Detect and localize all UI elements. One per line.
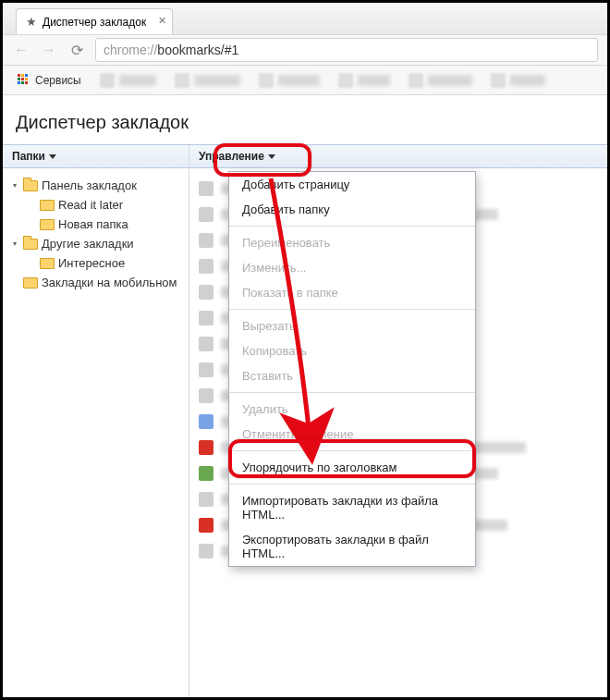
menu-item: Вставить — [229, 363, 475, 388]
address-bar[interactable]: chrome://bookmarks/#1 — [95, 38, 598, 62]
tree-spacer — [27, 201, 36, 210]
bookmark-label-blurred — [194, 75, 240, 86]
menu-item: Копировать — [229, 338, 475, 363]
close-icon[interactable]: ✕ — [158, 15, 166, 27]
favicon — [199, 466, 214, 481]
folders-header[interactable]: Папки — [3, 145, 189, 167]
folder-icon — [40, 258, 55, 269]
favicon — [100, 73, 115, 88]
favicon — [199, 544, 214, 559]
tree-item[interactable]: ▾Другие закладки — [8, 234, 183, 253]
manage-header[interactable]: Управление — [189, 145, 285, 167]
tree-item-label: Закладки на мобильном — [42, 276, 177, 289]
menu-item[interactable]: Упорядочить по заголовкам — [229, 455, 475, 480]
forward-button[interactable]: → — [40, 41, 58, 59]
tree-item-label: Интересное — [58, 256, 125, 270]
bookmark-item[interactable] — [403, 69, 478, 92]
window-frame: ★ Диспетчер закладок ✕ ← → ⟳ chrome://bo… — [0, 0, 610, 700]
star-icon: ★ — [26, 15, 37, 29]
apps-label: Сервисы — [35, 74, 81, 87]
tree-item[interactable]: ▾Панель закладок — [8, 176, 183, 195]
tree-item-label: Read it later — [58, 198, 123, 212]
back-button[interactable]: ← — [12, 41, 30, 59]
menu-item: Удалить — [229, 397, 475, 422]
tree-spacer — [27, 220, 36, 229]
menu-item: Отменить удаление — [229, 422, 475, 447]
favicon — [199, 337, 214, 351]
menu-separator — [229, 309, 475, 310]
apps-shortcut[interactable]: Сервисы — [12, 70, 87, 91]
tree-item[interactable]: Закладки на мобильном — [8, 273, 183, 292]
favicon — [199, 414, 214, 429]
favicon — [199, 388, 214, 403]
menu-item: Переименовать — [229, 230, 475, 255]
bookmark-label-blurred — [428, 75, 472, 86]
manage-dropdown-menu: Добавить страницуДобавить папкуПереимено… — [228, 171, 476, 567]
favicon — [199, 285, 214, 300]
menu-separator — [229, 226, 475, 227]
browser-tab[interactable]: ★ Диспетчер закладок ✕ — [16, 8, 173, 34]
url-scheme: chrome:// — [104, 43, 157, 57]
chevron-down-icon — [49, 154, 56, 159]
chevron-down-icon — [268, 154, 275, 159]
favicon — [491, 73, 506, 88]
folder-icon — [23, 180, 38, 191]
favicon — [199, 233, 214, 248]
bookmark-item[interactable] — [169, 69, 246, 92]
bookmark-label-blurred — [119, 75, 156, 86]
bookmark-label-blurred — [278, 75, 320, 86]
tree-spacer — [27, 259, 36, 268]
favicon — [199, 492, 214, 507]
bookmark-label-blurred — [510, 75, 545, 86]
menu-item: Изменить... — [229, 255, 475, 280]
disclosure-triangle-icon[interactable]: ▾ — [10, 239, 19, 249]
menu-item[interactable]: Добавить страницу — [229, 172, 475, 197]
tree-item-label: Новая папка — [58, 217, 128, 231]
tab-title: Диспетчер закладок — [43, 16, 146, 29]
apps-icon — [18, 74, 30, 87]
tree-item[interactable]: Интересное — [8, 253, 183, 273]
folders-header-label: Папки — [12, 150, 45, 163]
tab-strip: ★ Диспетчер закладок ✕ — [3, 3, 607, 34]
tree-item-label: Другие закладки — [42, 237, 134, 251]
favicon — [199, 311, 214, 325]
tree-spacer — [10, 278, 19, 288]
bookmark-label-blurred — [358, 75, 390, 86]
favicon — [199, 181, 214, 196]
bookmark-item[interactable] — [253, 69, 325, 92]
menu-item[interactable]: Экспортировать закладки в файл HTML... — [229, 527, 475, 566]
toolbar: ← → ⟳ chrome://bookmarks/#1 — [3, 34, 607, 66]
menu-separator — [229, 484, 475, 485]
folder-icon — [40, 200, 55, 211]
favicon — [199, 259, 214, 274]
folder-tree: ▾Панель закладокRead it laterНовая папка… — [3, 168, 189, 698]
tree-item[interactable]: Новая папка — [8, 215, 183, 234]
folder-icon — [23, 239, 38, 250]
menu-separator — [229, 450, 475, 451]
folder-icon — [40, 219, 55, 230]
manager-header: Папки Управление — [3, 144, 607, 168]
favicon — [199, 362, 214, 377]
menu-item: Показать в папке — [229, 280, 475, 305]
bookmark-item[interactable] — [485, 69, 551, 92]
favicon — [338, 73, 353, 88]
favicon — [409, 73, 423, 88]
bookmark-item[interactable] — [94, 69, 162, 92]
favicon — [199, 440, 214, 455]
favicon — [199, 207, 214, 222]
menu-item[interactable]: Импортировать закладки из файла HTML... — [229, 488, 475, 527]
reload-button[interactable]: ⟳ — [67, 41, 86, 59]
folder-icon — [23, 277, 38, 289]
favicon — [199, 518, 214, 533]
menu-item[interactable]: Добавить папку — [229, 197, 475, 222]
tree-item[interactable]: Read it later — [8, 195, 183, 215]
menu-item: Вырезать — [229, 313, 475, 338]
menu-separator — [229, 392, 475, 393]
favicon — [259, 73, 274, 88]
url-path: bookmarks/#1 — [157, 43, 238, 57]
disclosure-triangle-icon[interactable]: ▾ — [10, 181, 19, 190]
tree-item-label: Панель закладок — [42, 178, 137, 192]
favicon — [175, 73, 189, 88]
bookmarks-bar: Сервисы — [3, 66, 607, 95]
bookmark-item[interactable] — [333, 69, 396, 92]
